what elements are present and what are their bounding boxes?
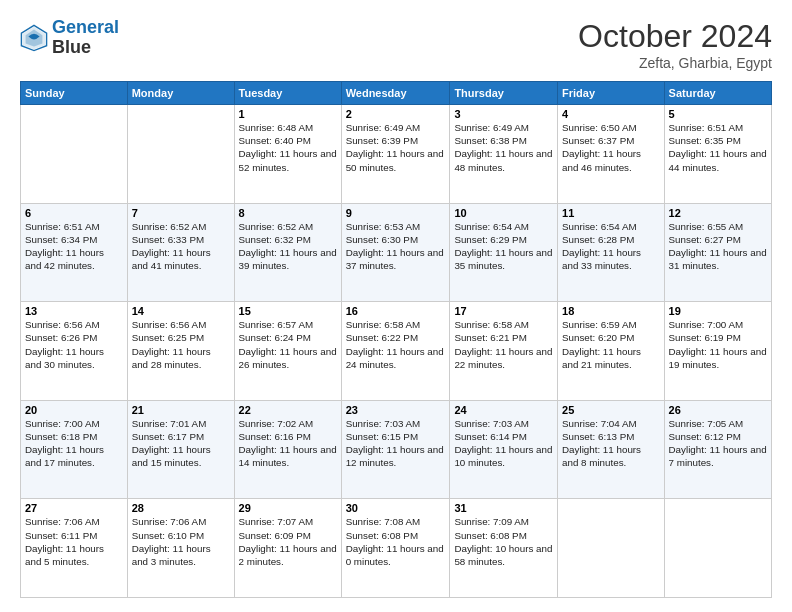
day-info: Sunrise: 6:52 AM Sunset: 6:33 PM Dayligh… bbox=[132, 220, 230, 273]
day-number: 24 bbox=[454, 404, 553, 416]
calendar-cell: 6Sunrise: 6:51 AM Sunset: 6:34 PM Daylig… bbox=[21, 203, 128, 302]
calendar-cell bbox=[127, 105, 234, 204]
calendar-cell: 17Sunrise: 6:58 AM Sunset: 6:21 PM Dayli… bbox=[450, 302, 558, 401]
weekday-header: Monday bbox=[127, 82, 234, 105]
day-number: 23 bbox=[346, 404, 446, 416]
weekday-header: Sunday bbox=[21, 82, 128, 105]
day-info: Sunrise: 7:02 AM Sunset: 6:16 PM Dayligh… bbox=[239, 417, 337, 470]
calendar-cell: 31Sunrise: 7:09 AM Sunset: 6:08 PM Dayli… bbox=[450, 499, 558, 598]
day-info: Sunrise: 6:51 AM Sunset: 6:34 PM Dayligh… bbox=[25, 220, 123, 273]
location: Zefta, Gharbia, Egypt bbox=[578, 55, 772, 71]
day-number: 4 bbox=[562, 108, 660, 120]
calendar-cell bbox=[21, 105, 128, 204]
calendar-cell bbox=[558, 499, 665, 598]
day-number: 14 bbox=[132, 305, 230, 317]
calendar-cell: 21Sunrise: 7:01 AM Sunset: 6:17 PM Dayli… bbox=[127, 400, 234, 499]
weekday-header: Wednesday bbox=[341, 82, 450, 105]
calendar-cell: 7Sunrise: 6:52 AM Sunset: 6:33 PM Daylig… bbox=[127, 203, 234, 302]
calendar-cell: 15Sunrise: 6:57 AM Sunset: 6:24 PM Dayli… bbox=[234, 302, 341, 401]
day-number: 3 bbox=[454, 108, 553, 120]
calendar-cell: 18Sunrise: 6:59 AM Sunset: 6:20 PM Dayli… bbox=[558, 302, 665, 401]
day-number: 9 bbox=[346, 207, 446, 219]
calendar-cell: 25Sunrise: 7:04 AM Sunset: 6:13 PM Dayli… bbox=[558, 400, 665, 499]
weekday-header: Saturday bbox=[664, 82, 771, 105]
day-number: 6 bbox=[25, 207, 123, 219]
calendar-cell: 8Sunrise: 6:52 AM Sunset: 6:32 PM Daylig… bbox=[234, 203, 341, 302]
day-info: Sunrise: 7:08 AM Sunset: 6:08 PM Dayligh… bbox=[346, 515, 446, 568]
day-info: Sunrise: 7:09 AM Sunset: 6:08 PM Dayligh… bbox=[454, 515, 553, 568]
calendar-cell: 5Sunrise: 6:51 AM Sunset: 6:35 PM Daylig… bbox=[664, 105, 771, 204]
weekday-header: Friday bbox=[558, 82, 665, 105]
logo: General Blue bbox=[20, 18, 119, 58]
calendar-cell: 2Sunrise: 6:49 AM Sunset: 6:39 PM Daylig… bbox=[341, 105, 450, 204]
day-number: 11 bbox=[562, 207, 660, 219]
day-number: 15 bbox=[239, 305, 337, 317]
calendar-cell: 29Sunrise: 7:07 AM Sunset: 6:09 PM Dayli… bbox=[234, 499, 341, 598]
day-info: Sunrise: 7:01 AM Sunset: 6:17 PM Dayligh… bbox=[132, 417, 230, 470]
day-info: Sunrise: 6:49 AM Sunset: 6:38 PM Dayligh… bbox=[454, 121, 553, 174]
day-info: Sunrise: 6:51 AM Sunset: 6:35 PM Dayligh… bbox=[669, 121, 767, 174]
day-info: Sunrise: 7:00 AM Sunset: 6:19 PM Dayligh… bbox=[669, 318, 767, 371]
calendar-cell: 13Sunrise: 6:56 AM Sunset: 6:26 PM Dayli… bbox=[21, 302, 128, 401]
calendar-cell: 24Sunrise: 7:03 AM Sunset: 6:14 PM Dayli… bbox=[450, 400, 558, 499]
day-number: 21 bbox=[132, 404, 230, 416]
day-info: Sunrise: 7:06 AM Sunset: 6:11 PM Dayligh… bbox=[25, 515, 123, 568]
day-info: Sunrise: 6:58 AM Sunset: 6:21 PM Dayligh… bbox=[454, 318, 553, 371]
day-info: Sunrise: 7:07 AM Sunset: 6:09 PM Dayligh… bbox=[239, 515, 337, 568]
day-info: Sunrise: 6:52 AM Sunset: 6:32 PM Dayligh… bbox=[239, 220, 337, 273]
logo-text: General Blue bbox=[52, 18, 119, 58]
calendar-cell: 16Sunrise: 6:58 AM Sunset: 6:22 PM Dayli… bbox=[341, 302, 450, 401]
weekday-header: Thursday bbox=[450, 82, 558, 105]
day-number: 17 bbox=[454, 305, 553, 317]
page: General Blue October 2024 Zefta, Gharbia… bbox=[0, 0, 792, 612]
day-info: Sunrise: 6:56 AM Sunset: 6:26 PM Dayligh… bbox=[25, 318, 123, 371]
calendar-cell: 9Sunrise: 6:53 AM Sunset: 6:30 PM Daylig… bbox=[341, 203, 450, 302]
calendar-cell: 26Sunrise: 7:05 AM Sunset: 6:12 PM Dayli… bbox=[664, 400, 771, 499]
day-number: 10 bbox=[454, 207, 553, 219]
day-info: Sunrise: 7:03 AM Sunset: 6:15 PM Dayligh… bbox=[346, 417, 446, 470]
day-number: 8 bbox=[239, 207, 337, 219]
day-info: Sunrise: 6:54 AM Sunset: 6:28 PM Dayligh… bbox=[562, 220, 660, 273]
day-info: Sunrise: 7:03 AM Sunset: 6:14 PM Dayligh… bbox=[454, 417, 553, 470]
calendar-cell: 4Sunrise: 6:50 AM Sunset: 6:37 PM Daylig… bbox=[558, 105, 665, 204]
day-number: 20 bbox=[25, 404, 123, 416]
day-number: 1 bbox=[239, 108, 337, 120]
day-number: 19 bbox=[669, 305, 767, 317]
day-info: Sunrise: 6:49 AM Sunset: 6:39 PM Dayligh… bbox=[346, 121, 446, 174]
day-number: 2 bbox=[346, 108, 446, 120]
day-info: Sunrise: 7:05 AM Sunset: 6:12 PM Dayligh… bbox=[669, 417, 767, 470]
calendar-cell: 3Sunrise: 6:49 AM Sunset: 6:38 PM Daylig… bbox=[450, 105, 558, 204]
day-info: Sunrise: 6:53 AM Sunset: 6:30 PM Dayligh… bbox=[346, 220, 446, 273]
day-number: 26 bbox=[669, 404, 767, 416]
calendar-cell: 14Sunrise: 6:56 AM Sunset: 6:25 PM Dayli… bbox=[127, 302, 234, 401]
day-number: 29 bbox=[239, 502, 337, 514]
calendar: SundayMondayTuesdayWednesdayThursdayFrid… bbox=[20, 81, 772, 598]
day-number: 30 bbox=[346, 502, 446, 514]
calendar-cell: 11Sunrise: 6:54 AM Sunset: 6:28 PM Dayli… bbox=[558, 203, 665, 302]
day-info: Sunrise: 7:06 AM Sunset: 6:10 PM Dayligh… bbox=[132, 515, 230, 568]
calendar-cell: 20Sunrise: 7:00 AM Sunset: 6:18 PM Dayli… bbox=[21, 400, 128, 499]
day-number: 27 bbox=[25, 502, 123, 514]
day-number: 31 bbox=[454, 502, 553, 514]
calendar-cell: 22Sunrise: 7:02 AM Sunset: 6:16 PM Dayli… bbox=[234, 400, 341, 499]
day-number: 7 bbox=[132, 207, 230, 219]
title-block: October 2024 Zefta, Gharbia, Egypt bbox=[578, 18, 772, 71]
day-info: Sunrise: 6:56 AM Sunset: 6:25 PM Dayligh… bbox=[132, 318, 230, 371]
day-info: Sunrise: 6:50 AM Sunset: 6:37 PM Dayligh… bbox=[562, 121, 660, 174]
day-info: Sunrise: 6:48 AM Sunset: 6:40 PM Dayligh… bbox=[239, 121, 337, 174]
day-info: Sunrise: 6:55 AM Sunset: 6:27 PM Dayligh… bbox=[669, 220, 767, 273]
day-number: 13 bbox=[25, 305, 123, 317]
logo-icon bbox=[20, 24, 48, 52]
calendar-cell: 28Sunrise: 7:06 AM Sunset: 6:10 PM Dayli… bbox=[127, 499, 234, 598]
calendar-cell: 19Sunrise: 7:00 AM Sunset: 6:19 PM Dayli… bbox=[664, 302, 771, 401]
weekday-header: Tuesday bbox=[234, 82, 341, 105]
logo-line2: Blue bbox=[52, 38, 119, 58]
day-number: 28 bbox=[132, 502, 230, 514]
day-info: Sunrise: 7:00 AM Sunset: 6:18 PM Dayligh… bbox=[25, 417, 123, 470]
calendar-cell: 23Sunrise: 7:03 AM Sunset: 6:15 PM Dayli… bbox=[341, 400, 450, 499]
calendar-cell: 12Sunrise: 6:55 AM Sunset: 6:27 PM Dayli… bbox=[664, 203, 771, 302]
calendar-cell: 30Sunrise: 7:08 AM Sunset: 6:08 PM Dayli… bbox=[341, 499, 450, 598]
calendar-cell: 10Sunrise: 6:54 AM Sunset: 6:29 PM Dayli… bbox=[450, 203, 558, 302]
day-number: 12 bbox=[669, 207, 767, 219]
calendar-cell: 1Sunrise: 6:48 AM Sunset: 6:40 PM Daylig… bbox=[234, 105, 341, 204]
